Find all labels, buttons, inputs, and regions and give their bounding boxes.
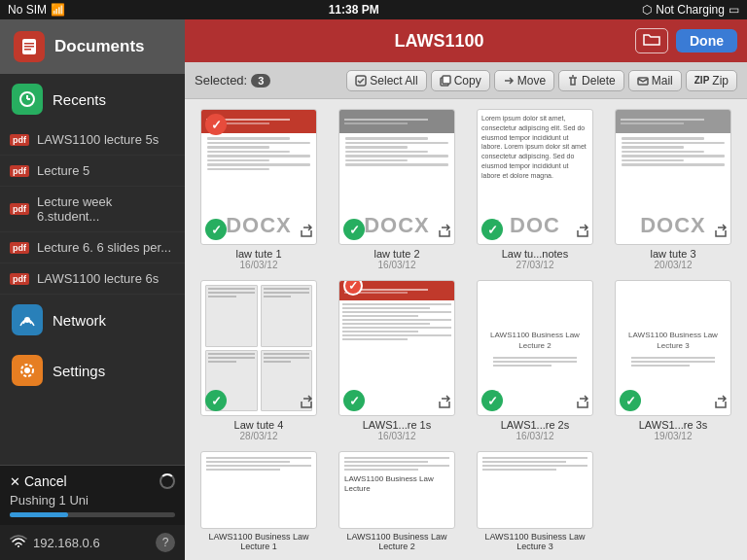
select-all-button[interactable]: Select All: [346, 70, 426, 91]
sidebar-spacer: [0, 396, 185, 465]
list-item[interactable]: LAWS1100 Business Law Lecture 3: [471, 451, 599, 551]
file-name: law tute 2: [374, 248, 419, 260]
file-thumbnail: Lorem ipsum dolor sit amet, consectetur …: [477, 109, 593, 245]
settings-icon: [12, 355, 43, 386]
bluetooth-icon: ⬡: [642, 3, 652, 17]
file-thumbnail: [477, 451, 593, 529]
share-icon[interactable]: [713, 224, 727, 240]
count-badge: 3: [251, 74, 270, 88]
share-icon[interactable]: [299, 224, 312, 240]
cancel-push-button[interactable]: ✕ Cancel: [10, 473, 67, 489]
move-button[interactable]: Move: [494, 70, 554, 91]
status-left: No SIM 📶: [8, 3, 65, 17]
list-item[interactable]: LAWS1100 Business Law Lecture 1: [195, 451, 323, 551]
pdf-badge-3: pdf: [10, 203, 29, 215]
selected-count-label: Selected: 3: [195, 73, 270, 88]
sidebar-pdf-item-3[interactable]: pdf Lecture week 6.student...: [0, 187, 185, 232]
title-bar: LAWS1100 Done: [185, 19, 747, 62]
recents-label: Recents: [53, 91, 106, 108]
cancel-x-icon: ✕: [10, 474, 20, 489]
thumb-content: [478, 452, 592, 528]
list-item[interactable]: LAWS1100 Business LawLecture 3 ✓ LAWS1..…: [609, 280, 737, 441]
settings-label: Settings: [53, 363, 105, 379]
ip-address-label: 192.168.0.6: [33, 536, 100, 550]
pdf-label-2: Lecture 5: [37, 163, 89, 178]
no-sim-label: No SIM: [8, 3, 47, 17]
share-icon[interactable]: [713, 395, 727, 411]
share-icon[interactable]: [437, 224, 450, 240]
push-progress-area: ✕ Cancel Pushing 1 Uni: [0, 466, 185, 525]
pdf-label-1: LAWS1100 lecture 5s: [37, 132, 159, 147]
thumb-notes-content: Lorem ipsum dolor sit amet, consectetur …: [478, 110, 592, 203]
push-spinner-icon: [160, 473, 175, 489]
wifi-info: 192.168.0.6: [10, 535, 100, 551]
sidebar-pdf-item-5[interactable]: pdf LAWS1100 lecture 6s: [0, 263, 185, 295]
file-date: 28/03/12: [240, 431, 278, 441]
list-item[interactable]: DOCX law tute 3 20/03/12: [609, 109, 737, 270]
list-item[interactable]: DOCX ✓ ✓ law tute 1 16/03/12: [195, 109, 323, 270]
list-item[interactable]: DOCX ✓ law tute 2 16/03/12: [333, 109, 461, 270]
pdf-label-4: Lecture 6. 6 slides per...: [37, 240, 171, 255]
file-name: law tute 3: [650, 248, 695, 260]
share-icon[interactable]: [299, 395, 312, 411]
file-name: LAWS1100 Business Law Lecture 1: [195, 532, 323, 551]
file-thumbnail: [200, 451, 317, 529]
thumb-content: LAWS1100 Business Law Lecture: [339, 452, 454, 528]
zip-button[interactable]: ZIP Zip: [686, 70, 737, 91]
status-time: 11:38 PM: [329, 3, 379, 17]
sidebar-bottom: ✕ Cancel Pushing 1 Uni: [0, 465, 185, 560]
svg-rect-1: [24, 43, 34, 45]
list-item[interactable]: ✓ Law tute 4 28/03/12: [195, 280, 323, 441]
folder-button[interactable]: [635, 28, 668, 53]
cancel-label: Cancel: [24, 473, 67, 489]
thumb-header: [339, 110, 454, 133]
network-icon: [12, 304, 43, 335]
list-item[interactable]: LAWS1100 Business Law Lecture LAWS1100 B…: [333, 451, 461, 551]
wifi-signal-icon: [10, 535, 27, 551]
mail-button[interactable]: Mail: [628, 70, 682, 91]
green-check-icon: ✓: [481, 219, 503, 240]
wifi-row: 192.168.0.6 ?: [0, 525, 185, 560]
list-item[interactable]: LAWS1100 Business LawLecture 2 ✓ LAWS1..…: [471, 280, 599, 441]
help-button[interactable]: ?: [156, 533, 175, 552]
file-name: LAWS1100 Business Law Lecture 2: [333, 532, 461, 551]
thumb-content: [201, 452, 316, 528]
green-check-icon: ✓: [620, 390, 641, 411]
status-right: ⬡ Not Charging ▭: [642, 3, 739, 17]
red-check-icon: ✓: [205, 114, 227, 135]
sidebar-item-recents[interactable]: Recents: [0, 74, 185, 124]
progress-track: [10, 512, 175, 517]
sidebar-item-settings[interactable]: Settings: [0, 345, 185, 396]
sidebar-item-network[interactable]: Network: [0, 295, 185, 345]
file-thumbnail: LAWS1100 Business LawLecture 3 ✓: [615, 280, 731, 416]
sidebar-pdf-item-2[interactable]: pdf Lecture 5: [0, 156, 185, 187]
zip-icon-text: ZIP: [694, 75, 710, 86]
sidebar-item-documents[interactable]: Documents: [0, 19, 185, 74]
battery-icon: ▭: [729, 3, 739, 17]
file-thumbnail: ✓: [200, 280, 317, 416]
push-cancel-row: ✕ Cancel: [10, 473, 175, 489]
file-thumbnail: LAWS1100 Business LawLecture 2 ✓: [477, 280, 593, 416]
share-icon[interactable]: [575, 395, 588, 411]
main-content: LAWS1100 Done Selected: 3 Select All Cop…: [185, 19, 747, 560]
delete-button[interactable]: Delete: [558, 70, 624, 91]
share-icon[interactable]: [575, 224, 588, 240]
file-date: 16/03/12: [240, 260, 278, 270]
wifi-icon: 📶: [51, 3, 65, 17]
thumb-content: [616, 133, 730, 203]
pdf-badge-4: pdf: [10, 242, 29, 254]
share-icon[interactable]: [437, 395, 450, 411]
done-button[interactable]: Done: [676, 29, 737, 52]
list-item[interactable]: ✓ ✓ LAWS1...re 1s 16/03/12: [333, 280, 461, 441]
file-grid: DOCX ✓ ✓ law tute 1 16/03/12: [185, 99, 747, 560]
sidebar-pdf-item-1[interactable]: pdf LAWS1100 lecture 5s: [0, 124, 185, 156]
file-thumbnail: DOCX ✓ ✓: [200, 109, 317, 245]
sidebar-pdf-item-4[interactable]: pdf Lecture 6. 6 slides per...: [0, 232, 185, 263]
svg-point-8: [24, 368, 30, 373]
copy-button[interactable]: Copy: [431, 70, 490, 91]
app-container: Documents Recents pdf LAWS1100 lecture 5…: [0, 19, 747, 560]
svg-rect-3: [24, 49, 31, 51]
file-thumbnail: DOCX: [615, 109, 731, 245]
list-item[interactable]: Lorem ipsum dolor sit amet, consectetur …: [471, 109, 599, 270]
sidebar: Documents Recents pdf LAWS1100 lecture 5…: [0, 19, 185, 560]
